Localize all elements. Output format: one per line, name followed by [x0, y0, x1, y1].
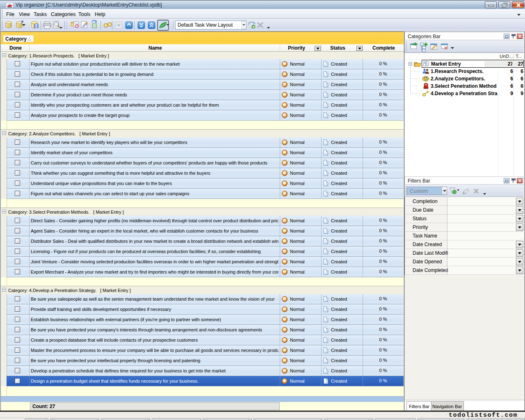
- svg-text:Default Task View Layout: Default Task View Layout: [178, 22, 233, 28]
